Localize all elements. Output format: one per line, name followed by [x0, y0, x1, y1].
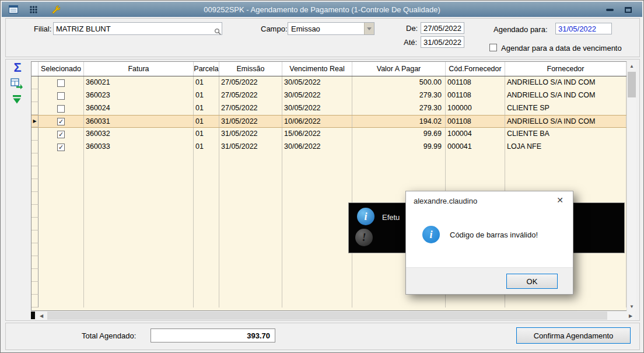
cell-selecionado[interactable]: ✓	[38, 116, 84, 127]
cell-parcela[interactable]: 01	[194, 141, 219, 153]
cell-selecionado[interactable]	[38, 76, 84, 89]
cell-emissao[interactable]: 27/05/2022	[219, 89, 282, 102]
cell-parcela[interactable]: 01	[194, 89, 219, 102]
cell-valor[interactable]: 279.30	[352, 102, 446, 115]
cell-cod[interactable]: 001108	[446, 116, 505, 127]
scroll-down-icon[interactable]: ▼	[627, 302, 636, 311]
cell-vencimento[interactable]: 10/06/2022	[282, 116, 352, 127]
agendado-para-date-input[interactable]	[555, 23, 612, 34]
agendar-vencimento-checkbox[interactable]	[489, 44, 497, 51]
search-icon[interactable]	[214, 27, 221, 34]
col-header-emissao[interactable]: Emissão	[219, 62, 282, 76]
cell-fornecedor[interactable]: CLIENTE SP	[505, 102, 626, 115]
cell-cod[interactable]: 000041	[446, 141, 505, 153]
cell-emissao[interactable]: 31/05/2022	[219, 116, 282, 127]
cell-vencimento[interactable]: 15/06/2022	[282, 128, 352, 141]
col-header-parcela[interactable]: Parcela	[194, 62, 219, 76]
table-row[interactable]: ✓3600320131/05/202215/06/202299.69100004…	[32, 128, 626, 141]
table-row[interactable]: 3600240127/05/202230/05/2022279.30100000…	[32, 102, 626, 115]
row-checkbox[interactable]	[57, 92, 65, 100]
horizontal-scrollbar[interactable]: ◀ ▶	[37, 311, 635, 320]
table-row[interactable]: ▶✓3600310131/05/202210/06/2022194.020011…	[32, 115, 626, 128]
row-checkbox-checked[interactable]: ✓	[57, 144, 65, 151]
col-header-selecionado[interactable]: Selecionado	[38, 62, 84, 76]
grid-split-handle[interactable]	[31, 312, 35, 319]
cell-fornecedor[interactable]: CLIENTE BA	[505, 128, 626, 141]
cell-valor[interactable]: 99.99	[352, 141, 446, 153]
cell-valor[interactable]: 99.69	[352, 128, 446, 141]
cell-emissao[interactable]: 31/05/2022	[219, 141, 282, 153]
cell-fornecedor[interactable]: LOJA NFE	[505, 141, 626, 153]
maximize-button[interactable]	[621, 5, 635, 15]
filial-input[interactable]	[53, 22, 222, 35]
cell-selecionado[interactable]: ✓	[38, 141, 84, 153]
table-row[interactable]: ✓3600330131/05/202230/06/202299.99000041…	[32, 141, 626, 153]
cell-selecionado[interactable]: ✓	[38, 128, 84, 141]
agendado-para-label: Agendado para:	[494, 25, 548, 34]
ok-button[interactable]: OK	[506, 274, 558, 289]
vertical-scrollbar[interactable]: ▲ ▼	[626, 61, 636, 311]
table-row[interactable]: 3600210127/05/202230/05/2022500.00001108…	[32, 76, 626, 89]
scroll-up-icon[interactable]: ▲	[627, 61, 636, 71]
row-checkbox[interactable]	[57, 105, 65, 113]
cell-vencimento[interactable]: 30/05/2022	[282, 102, 352, 115]
cell-emissao[interactable]: 31/05/2022	[219, 128, 282, 141]
cell-parcela[interactable]: 01	[194, 128, 219, 141]
cell-fornecedor[interactable]: ANDRIELLO S/A IND COM	[505, 76, 626, 89]
cell-selecionado[interactable]	[38, 89, 84, 102]
cell-valor[interactable]: 279.30	[352, 89, 446, 102]
cell-emissao[interactable]: 27/05/2022	[219, 102, 282, 115]
cell-cod[interactable]: 100004	[446, 128, 505, 141]
cell-parcela[interactable]: 01	[194, 76, 219, 89]
col-header-fornecedor[interactable]: Fornecedor	[505, 62, 626, 76]
campo-dropdown-button[interactable]	[364, 23, 374, 34]
col-header-fatura[interactable]: Fatura	[84, 62, 194, 76]
export-grid-icon[interactable]	[9, 77, 24, 91]
cell-selecionado	[38, 166, 84, 179]
col-header-valor-a-pagar[interactable]: Valor A Pagar	[352, 62, 446, 76]
cell-fatura[interactable]: 360023	[84, 89, 194, 102]
cell-parcela	[194, 179, 219, 192]
ate-date-input[interactable]	[421, 36, 464, 48]
minimize-icon	[606, 9, 614, 11]
cell-selecionado	[38, 269, 84, 282]
minimize-button[interactable]	[603, 5, 617, 15]
col-header-cod-fornecedor[interactable]: Cód.Fornecedor	[446, 62, 505, 76]
scroll-right-icon[interactable]: ▶	[626, 311, 635, 320]
de-date-input[interactable]	[421, 22, 464, 34]
cell-selecionado[interactable]	[38, 102, 84, 115]
cell-emissao[interactable]: 27/05/2022	[219, 76, 282, 89]
col-header-vencimento-real[interactable]: Vencimento Real	[282, 62, 352, 76]
cell-valor[interactable]: 500.00	[352, 76, 446, 89]
cell-cod[interactable]: 001108	[446, 76, 505, 89]
cell-fatura[interactable]: 360021	[84, 76, 194, 89]
cell-vencimento[interactable]: 30/05/2022	[282, 76, 352, 89]
confirma-agendamento-button[interactable]: Confirma Agendamento	[516, 327, 631, 344]
cell-fatura[interactable]: 360032	[84, 128, 194, 141]
cell-parcela[interactable]: 01	[194, 102, 219, 115]
horizontal-scrollbar-thumb[interactable]	[47, 312, 607, 320]
row-checkbox[interactable]	[57, 79, 65, 87]
sum-icon[interactable]: Σ	[10, 60, 25, 75]
cell-cod[interactable]: 100000	[446, 102, 505, 115]
scroll-left-icon[interactable]: ◀	[37, 311, 46, 320]
cell-selecionado	[38, 282, 84, 295]
cell-fatura[interactable]: 360031	[84, 116, 194, 127]
cell-valor[interactable]: 194.02	[352, 116, 446, 127]
cell-fatura[interactable]: 360024	[84, 102, 194, 115]
cell-vencimento[interactable]: 30/06/2022	[282, 141, 352, 153]
table-row[interactable]: 3600230127/05/202230/05/2022279.30001108…	[32, 89, 626, 102]
cell-fornecedor[interactable]: ANDRIELLO S/A IND COM	[505, 116, 626, 127]
go-to-end-icon[interactable]	[10, 93, 23, 106]
row-marker	[32, 102, 38, 115]
cell-parcela[interactable]: 01	[194, 116, 219, 127]
cell-fornecedor[interactable]: ANDRIELLO S/A IND COM	[505, 89, 626, 102]
row-checkbox-checked[interactable]: ✓	[57, 118, 65, 125]
cell-fatura[interactable]: 360033	[84, 141, 194, 153]
close-icon[interactable]: ✕	[552, 194, 568, 207]
cell-vencimento[interactable]: 30/05/2022	[282, 89, 352, 102]
cell-cod[interactable]: 001108	[446, 89, 505, 102]
vertical-scrollbar-thumb[interactable]	[628, 72, 636, 97]
campo-select[interactable]: Emissao	[288, 22, 374, 35]
row-checkbox-checked[interactable]: ✓	[57, 131, 65, 138]
